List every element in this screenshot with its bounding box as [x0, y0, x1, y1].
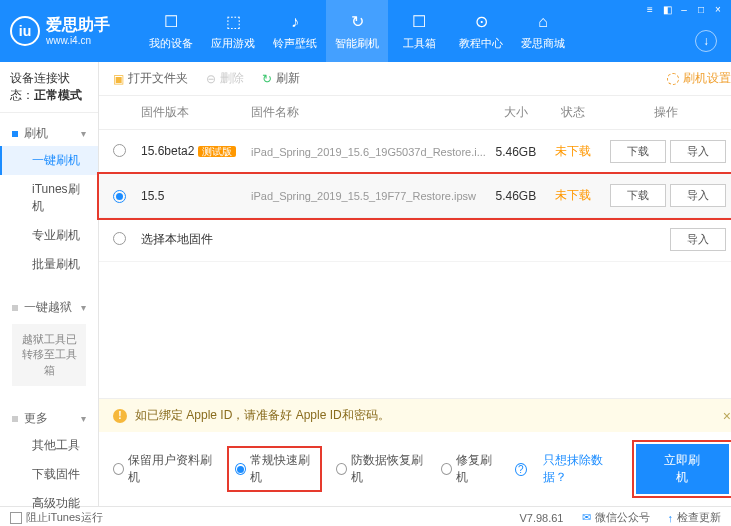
- chevron-down-icon: ▾: [81, 413, 86, 424]
- warning-icon: !: [113, 409, 127, 423]
- nav-flash[interactable]: ↻智能刷机: [326, 0, 388, 62]
- firmware-row[interactable]: 15.6beta2测试版 iPad_Spring_2019_15.6_19G50…: [99, 130, 731, 174]
- win-max-icon[interactable]: □: [694, 2, 708, 16]
- fw-state: 未下载: [546, 143, 601, 160]
- check-update-link[interactable]: ↑检查更新: [668, 510, 722, 525]
- fw-size: 5.46GB: [486, 189, 546, 203]
- dot-icon: [12, 131, 18, 137]
- erase-link[interactable]: 只想抹除数据？: [543, 452, 618, 486]
- col-ops: 操作: [601, 104, 731, 121]
- opt-keep-data[interactable]: 保留用户资料刷机: [113, 452, 213, 486]
- flash-icon: ↻: [347, 12, 367, 32]
- nav-tools[interactable]: ☐工具箱: [388, 0, 450, 62]
- main-panel: ▣打开文件夹 ⊖删除 ↻刷新 刷机设置 固件版本 固件名称 大小 状态 操作 1…: [99, 62, 731, 506]
- checkbox-icon: [10, 512, 22, 524]
- footer: 阻止iTunes运行 V7.98.61 ✉微信公众号 ↑检查更新: [0, 506, 731, 526]
- app-icon: ⬚: [223, 12, 243, 32]
- chevron-down-icon: ▾: [81, 128, 86, 139]
- local-firmware-row[interactable]: 选择本地固件 导入: [99, 218, 731, 262]
- store-icon: ⌂: [533, 12, 553, 32]
- block-itunes-option[interactable]: 阻止iTunes运行: [10, 510, 103, 525]
- radio-icon: [235, 463, 246, 475]
- nav-ringtone[interactable]: ♪铃声壁纸: [264, 0, 326, 62]
- logo: iu 爱思助手 www.i4.cn: [10, 15, 110, 46]
- close-icon[interactable]: ×: [723, 408, 731, 424]
- flash-settings-button[interactable]: 刷机设置: [667, 70, 731, 87]
- gear-icon: [667, 73, 679, 85]
- logo-icon: iu: [10, 16, 40, 46]
- download-button[interactable]: 下载: [610, 140, 666, 163]
- wechat-icon: ✉: [582, 511, 591, 524]
- radio-icon: [113, 463, 124, 475]
- firmware-row-selected[interactable]: 15.5 iPad_Spring_2019_15.5_19F77_Restore…: [99, 174, 731, 218]
- ringtone-icon: ♪: [285, 12, 305, 32]
- fw-name: iPad_Spring_2019_15.6_19G5037d_Restore.i…: [251, 146, 486, 158]
- main-nav: ☐我的设备 ⬚应用游戏 ♪铃声壁纸 ↻智能刷机 ☐工具箱 ⊙教程中心 ⌂爱思商城: [140, 0, 574, 62]
- import-button[interactable]: 导入: [670, 140, 726, 163]
- tutorial-icon: ⊙: [471, 12, 491, 32]
- wechat-link[interactable]: ✉微信公众号: [582, 510, 650, 525]
- col-state: 状态: [546, 104, 601, 121]
- nav-apps[interactable]: ⬚应用游戏: [202, 0, 264, 62]
- version-label: V7.98.61: [519, 512, 563, 524]
- import-button[interactable]: 导入: [670, 228, 726, 251]
- col-version: 固件版本: [141, 104, 251, 121]
- fw-state: 未下载: [546, 187, 601, 204]
- warning-bar: ! 如已绑定 Apple ID，请准备好 Apple ID和密码。 ×: [99, 398, 731, 432]
- opt-normal-flash[interactable]: 常规快速刷机: [229, 448, 320, 490]
- row-radio[interactable]: [113, 190, 126, 203]
- nav-my-device[interactable]: ☐我的设备: [140, 0, 202, 62]
- opt-anti-recovery[interactable]: 防数据恢复刷机: [336, 452, 426, 486]
- refresh-button[interactable]: ↻刷新: [262, 70, 300, 87]
- local-fw-label: 选择本地固件: [141, 231, 661, 248]
- dot-icon: [12, 416, 18, 422]
- sidebar: 设备连接状态：正常模式 刷机▾ 一键刷机 iTunes刷机 专业刷机 批量刷机 …: [0, 62, 99, 506]
- nav-store[interactable]: ⌂爱思商城: [512, 0, 574, 62]
- warning-text: 如已绑定 Apple ID，请准备好 Apple ID和密码。: [135, 407, 390, 424]
- opt-repair[interactable]: 修复刷机: [441, 452, 498, 486]
- connection-status: 设备连接状态：正常模式: [0, 62, 98, 113]
- import-button[interactable]: 导入: [670, 184, 726, 207]
- radio-icon: [441, 463, 452, 475]
- sidebar-item-dlfirmware[interactable]: 下载固件: [0, 460, 98, 489]
- download-button[interactable]: 下载: [610, 184, 666, 207]
- delete-icon: ⊖: [206, 72, 216, 86]
- sidebar-item-batch[interactable]: 批量刷机: [0, 250, 98, 279]
- sidebar-item-pro[interactable]: 专业刷机: [0, 221, 98, 250]
- flash-now-button[interactable]: 立即刷机: [636, 444, 729, 494]
- toolbox-icon: ☐: [409, 12, 429, 32]
- sidebar-item-othertools[interactable]: 其他工具: [0, 431, 98, 460]
- open-folder-button[interactable]: ▣打开文件夹: [113, 70, 188, 87]
- table-header: 固件版本 固件名称 大小 状态 操作: [99, 96, 731, 130]
- app-header: iu 爱思助手 www.i4.cn ☐我的设备 ⬚应用游戏 ♪铃声壁纸 ↻智能刷…: [0, 0, 731, 62]
- sidebar-head-more[interactable]: 更多▾: [0, 406, 98, 431]
- win-min-icon[interactable]: –: [677, 2, 691, 16]
- dot-icon: [12, 305, 18, 311]
- col-size: 大小: [486, 104, 546, 121]
- help-icon[interactable]: ?: [515, 463, 527, 476]
- download-manager-icon[interactable]: ↓: [695, 30, 717, 52]
- sidebar-item-oneclick[interactable]: 一键刷机: [0, 146, 98, 175]
- device-icon: ☐: [161, 12, 181, 32]
- refresh-icon: ↻: [262, 72, 272, 86]
- radio-icon: [336, 463, 347, 475]
- delete-button[interactable]: ⊖删除: [206, 70, 244, 87]
- jailbreak-note: 越狱工具已转移至工具箱: [12, 324, 86, 386]
- sidebar-item-itunes[interactable]: iTunes刷机: [0, 175, 98, 221]
- app-url: www.i4.cn: [46, 35, 110, 47]
- fw-name: iPad_Spring_2019_15.5_19F77_Restore.ipsw: [251, 190, 486, 202]
- fw-size: 5.46GB: [486, 145, 546, 159]
- folder-icon: ▣: [113, 72, 124, 86]
- win-menu-icon[interactable]: ≡: [643, 2, 657, 16]
- sidebar-head-jailbreak[interactable]: 一键越狱▾: [0, 295, 98, 320]
- row-radio[interactable]: [113, 144, 126, 157]
- row-radio[interactable]: [113, 232, 126, 245]
- beta-tag: 测试版: [198, 146, 236, 157]
- sidebar-head-flash[interactable]: 刷机▾: [0, 121, 98, 146]
- win-skin-icon[interactable]: ◧: [660, 2, 674, 16]
- col-name: 固件名称: [251, 104, 486, 121]
- update-icon: ↑: [668, 512, 674, 524]
- nav-tutorial[interactable]: ⊙教程中心: [450, 0, 512, 62]
- chevron-down-icon: ▾: [81, 302, 86, 313]
- win-close-icon[interactable]: ×: [711, 2, 725, 16]
